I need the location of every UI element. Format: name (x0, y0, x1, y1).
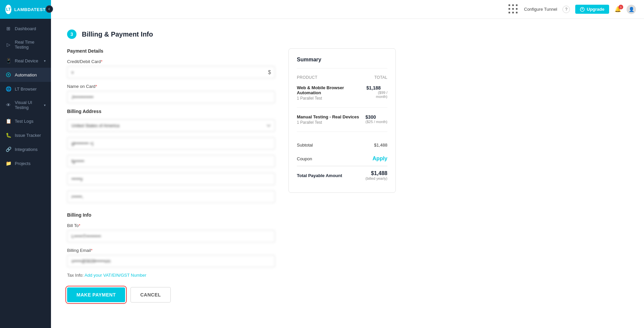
city-input[interactable] (67, 173, 275, 185)
notifications-button[interactable]: 🔔 1 (614, 6, 621, 12)
coupon-apply-button[interactable]: Apply (373, 156, 387, 162)
summary-item-price-sub: ($99 / month) (366, 91, 387, 99)
dashboard-icon: ⊞ (5, 25, 11, 32)
projects-icon: 📁 (5, 160, 11, 166)
real-device-icon: 📱 (5, 58, 11, 64)
coupon-row: Coupon Apply (297, 152, 387, 166)
credit-card-group: Credit/Debit Card* $ (67, 59, 275, 78)
form-layout: Payment Details Credit/Debit Card* $ Nam… (67, 48, 437, 303)
sidebar-collapse-button[interactable] (46, 5, 53, 13)
sidebar-item-issue-tracker[interactable]: 🐛 Issue Tracker (0, 128, 51, 142)
test-logs-icon: 📋 (5, 118, 11, 124)
bill-to-group: Bill To* (67, 223, 275, 242)
country-group: United States of America (67, 119, 275, 132)
sidebar-item-label: Real Time Testing (15, 40, 46, 50)
sidebar-item-label: Projects (15, 161, 31, 166)
sidebar-item-label: Issue Tracker (15, 133, 41, 138)
visual-ui-testing-icon: 👁 (5, 102, 11, 108)
make-payment-button[interactable]: MAKE PAYMENT (67, 287, 125, 302)
main-content: Configure Tunnel ? Upgrade 🔔 1 👤 3 Billi… (51, 0, 644, 328)
page-header: 3 Billing & Payment Info (67, 30, 437, 39)
sidebar-item-label: Automation (15, 72, 37, 77)
chevron-down-icon: ▾ (44, 103, 46, 107)
summary-item-price: $1,188 (366, 85, 387, 91)
summary-item-price-group: $1,188 ($99 / month) (366, 85, 387, 99)
sidebar-item-label: Visual UI Testing (15, 100, 41, 110)
sidebar-item-visual-ui-testing[interactable]: 👁 Visual UI Testing ▾ (0, 96, 51, 114)
sidebar-item-test-logs[interactable]: 📋 Test Logs (0, 114, 51, 128)
address-line1-input[interactable] (67, 137, 275, 150)
billing-info-label: Billing Info (67, 212, 275, 218)
sidebar-item-real-time-testing[interactable]: ▷ Real Time Testing (0, 36, 51, 54)
configure-tunnel-button[interactable]: Configure Tunnel (524, 7, 557, 12)
sidebar-item-label: Test Logs (15, 119, 34, 124)
notification-badge: 1 (619, 5, 623, 9)
summary-title: Summary (297, 57, 387, 68)
summary-header-row: Product Total (297, 75, 387, 80)
user-avatar[interactable]: 👤 (627, 5, 636, 14)
sidebar-item-label: Real Device (15, 58, 38, 63)
page-body: 3 Billing & Payment Info Payment Details… (51, 19, 453, 313)
topbar: Configure Tunnel ? Upgrade 🔔 1 👤 (51, 0, 644, 19)
address-line2-input[interactable] (67, 155, 275, 167)
step-badge: 3 (67, 30, 76, 39)
summary-item-row: Web & Mobile Browser Automation 1 Parall… (297, 85, 387, 101)
total-header: Total (374, 75, 387, 80)
subtotal-row: Subtotal $1,488 (297, 139, 387, 152)
credit-card-input[interactable] (67, 66, 275, 78)
integrations-icon: 🔗 (5, 146, 11, 152)
cancel-button[interactable]: CANCEL (130, 287, 170, 303)
address-line2-group (67, 155, 275, 167)
country-select[interactable]: United States of America (67, 119, 275, 132)
grid-icon[interactable] (508, 4, 519, 14)
help-button[interactable]: ? (562, 6, 570, 13)
summary-item-0: Web & Mobile Browser Automation 1 Parall… (297, 85, 387, 108)
credit-card-icon: $ (268, 69, 271, 75)
total-value-group: $1,488 (billed yearly) (366, 170, 387, 180)
tax-info: Tax Info: Add your VAT/EIN/GST Number (67, 273, 275, 278)
state-input[interactable] (67, 190, 275, 203)
sidebar-item-label: Integrations (15, 147, 38, 152)
summary-item-1: Manual Testing - Real Devices 1 Parallel… (297, 114, 387, 132)
chevron-down-icon: ▾ (44, 59, 46, 63)
summary-item-name: Manual Testing - Real Devices (297, 114, 359, 119)
billing-email-label: Billing Email* (67, 248, 275, 253)
sidebar-item-automation[interactable]: Automation (0, 68, 51, 82)
billing-address-label: Billing Address (67, 109, 275, 114)
summary-item-name: Web & Mobile Browser Automation (297, 85, 366, 95)
bill-to-input[interactable] (67, 230, 275, 242)
billing-email-input[interactable] (67, 255, 275, 267)
summary-item-price-group: $300 ($25 / month) (366, 114, 387, 124)
summary-item-row: Manual Testing - Real Devices 1 Parallel… (297, 114, 387, 125)
sidebar-item-dashboard[interactable]: ⊞ Dashboard (0, 21, 51, 36)
sidebar: LT LAMBDATEST ⊞ Dashboard ▷ Real Time Te… (0, 0, 51, 328)
product-header: Product (297, 75, 317, 80)
sidebar-nav: ⊞ Dashboard ▷ Real Time Testing 📱 Real D… (0, 19, 51, 328)
summary-card: Summary Product Total Web & Mobile Brows… (288, 48, 396, 193)
subtotal-value: $1,488 (374, 143, 387, 148)
upgrade-button[interactable]: Upgrade (575, 5, 609, 14)
state-group (67, 190, 275, 203)
billing-info-section: Billing Info Bill To* Billing Email* (67, 212, 275, 278)
total-label: Total Payable Amount (297, 173, 342, 178)
address-line1-group (67, 137, 275, 150)
sidebar-item-label: LT Browser (15, 87, 37, 92)
sidebar-item-integrations[interactable]: 🔗 Integrations (0, 142, 51, 156)
name-on-card-label: Name on Card* (67, 84, 275, 89)
bill-to-label: Bill To* (67, 223, 275, 228)
sidebar-item-real-device[interactable]: 📱 Real Device ▾ (0, 54, 51, 68)
name-on-card-input[interactable] (67, 91, 275, 103)
page-title: Billing & Payment Info (82, 31, 153, 38)
summary-item-details: Web & Mobile Browser Automation 1 Parall… (297, 85, 366, 101)
sidebar-item-projects[interactable]: 📁 Projects (0, 156, 51, 170)
summary-item-price-sub: ($25 / month) (366, 120, 387, 124)
summary-item-price: $300 (366, 114, 387, 120)
tax-link[interactable]: Add your VAT/EIN/GST Number (85, 273, 146, 278)
svg-point-1 (8, 74, 9, 75)
sidebar-item-lt-browser[interactable]: 🌐 LT Browser (0, 82, 51, 96)
sidebar-item-label: Dashboard (15, 26, 36, 31)
credit-card-label: Credit/Debit Card* (67, 59, 275, 64)
sidebar-logo[interactable]: LT LAMBDATEST (0, 0, 51, 19)
payment-form: Payment Details Credit/Debit Card* $ Nam… (67, 48, 275, 303)
summary-item-sub: 1 Parallel Test (297, 120, 359, 125)
